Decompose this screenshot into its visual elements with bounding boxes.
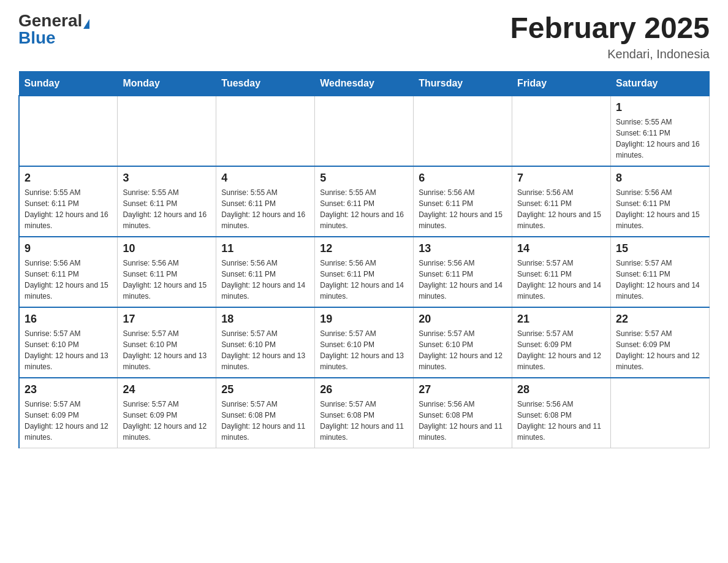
day-number: 25 <box>221 383 309 396</box>
day-info: Sunrise: 5:57 AMSunset: 6:09 PMDaylight:… <box>517 328 605 372</box>
day-number: 20 <box>419 313 507 326</box>
calendar-cell: 2Sunrise: 5:55 AMSunset: 6:11 PMDaylight… <box>19 166 118 237</box>
day-number: 27 <box>419 383 507 396</box>
location-text: Kendari, Indonesia <box>510 47 710 61</box>
col-friday: Friday <box>512 71 611 96</box>
calendar-cell <box>118 96 216 166</box>
day-info: Sunrise: 5:57 AMSunset: 6:11 PMDaylight:… <box>616 258 704 302</box>
days-of-week-row: Sunday Monday Tuesday Wednesday Thursday… <box>19 71 710 96</box>
title-area: February 2025 Kendari, Indonesia <box>510 12 710 61</box>
day-number: 1 <box>616 101 704 114</box>
calendar-cell: 19Sunrise: 5:57 AMSunset: 6:10 PMDayligh… <box>315 307 414 378</box>
calendar-cell: 24Sunrise: 5:57 AMSunset: 6:09 PMDayligh… <box>118 378 216 448</box>
day-info: Sunrise: 5:55 AMSunset: 6:11 PMDaylight:… <box>320 187 408 231</box>
logo-general-text: General <box>18 11 82 30</box>
day-number: 22 <box>616 313 704 326</box>
day-number: 18 <box>221 313 309 326</box>
day-info: Sunrise: 5:55 AMSunset: 6:11 PMDaylight:… <box>25 187 112 231</box>
col-thursday: Thursday <box>414 71 512 96</box>
day-number: 2 <box>25 172 112 185</box>
day-number: 19 <box>320 313 408 326</box>
calendar-week-row: 9Sunrise: 5:56 AMSunset: 6:11 PMDaylight… <box>19 237 710 307</box>
day-info: Sunrise: 5:56 AMSunset: 6:08 PMDaylight:… <box>517 399 605 443</box>
calendar-body: 1Sunrise: 5:55 AMSunset: 6:11 PMDaylight… <box>19 96 710 448</box>
day-info: Sunrise: 5:57 AMSunset: 6:10 PMDaylight:… <box>419 328 507 372</box>
day-info: Sunrise: 5:55 AMSunset: 6:11 PMDaylight:… <box>123 187 211 231</box>
day-info: Sunrise: 5:57 AMSunset: 6:08 PMDaylight:… <box>320 399 408 443</box>
calendar-week-row: 16Sunrise: 5:57 AMSunset: 6:10 PMDayligh… <box>19 307 710 378</box>
day-number: 8 <box>616 172 704 185</box>
logo-line1: General <box>18 12 89 29</box>
day-info: Sunrise: 5:56 AMSunset: 6:11 PMDaylight:… <box>320 258 408 302</box>
day-number: 10 <box>123 242 211 255</box>
day-number: 23 <box>25 383 112 396</box>
day-info: Sunrise: 5:57 AMSunset: 6:11 PMDaylight:… <box>517 258 605 302</box>
calendar-cell <box>19 96 118 166</box>
day-number: 16 <box>25 313 112 326</box>
calendar-cell: 17Sunrise: 5:57 AMSunset: 6:10 PMDayligh… <box>118 307 216 378</box>
day-number: 3 <box>123 172 211 185</box>
calendar-cell: 13Sunrise: 5:56 AMSunset: 6:11 PMDayligh… <box>414 237 512 307</box>
day-number: 6 <box>419 172 507 185</box>
day-number: 5 <box>320 172 408 185</box>
calendar-week-row: 23Sunrise: 5:57 AMSunset: 6:09 PMDayligh… <box>19 378 710 448</box>
calendar-cell: 11Sunrise: 5:56 AMSunset: 6:11 PMDayligh… <box>216 237 315 307</box>
calendar-cell <box>512 96 611 166</box>
day-number: 13 <box>419 242 507 255</box>
day-number: 11 <box>221 242 309 255</box>
calendar-table: Sunday Monday Tuesday Wednesday Thursday… <box>18 71 710 448</box>
calendar-cell: 9Sunrise: 5:56 AMSunset: 6:11 PMDaylight… <box>19 237 118 307</box>
day-number: 15 <box>616 242 704 255</box>
day-info: Sunrise: 5:56 AMSunset: 6:11 PMDaylight:… <box>616 187 704 231</box>
day-info: Sunrise: 5:57 AMSunset: 6:09 PMDaylight:… <box>25 399 112 443</box>
calendar-cell: 12Sunrise: 5:56 AMSunset: 6:11 PMDayligh… <box>315 237 414 307</box>
calendar-cell: 16Sunrise: 5:57 AMSunset: 6:10 PMDayligh… <box>19 307 118 378</box>
day-number: 24 <box>123 383 211 396</box>
day-info: Sunrise: 5:57 AMSunset: 6:09 PMDaylight:… <box>123 399 211 443</box>
calendar-cell: 26Sunrise: 5:57 AMSunset: 6:08 PMDayligh… <box>315 378 414 448</box>
day-info: Sunrise: 5:56 AMSunset: 6:11 PMDaylight:… <box>221 258 309 302</box>
calendar-cell: 1Sunrise: 5:55 AMSunset: 6:11 PMDaylight… <box>611 96 710 166</box>
day-number: 17 <box>123 313 211 326</box>
col-saturday: Saturday <box>611 71 710 96</box>
col-wednesday: Wednesday <box>315 71 414 96</box>
calendar-cell: 3Sunrise: 5:55 AMSunset: 6:11 PMDaylight… <box>118 166 216 237</box>
calendar-cell: 21Sunrise: 5:57 AMSunset: 6:09 PMDayligh… <box>512 307 611 378</box>
day-info: Sunrise: 5:57 AMSunset: 6:08 PMDaylight:… <box>221 399 309 443</box>
calendar-week-row: 2Sunrise: 5:55 AMSunset: 6:11 PMDaylight… <box>19 166 710 237</box>
calendar-cell <box>315 96 414 166</box>
month-title: February 2025 <box>510 12 710 45</box>
day-info: Sunrise: 5:57 AMSunset: 6:10 PMDaylight:… <box>221 328 309 372</box>
page-header: General Blue February 2025 Kendari, Indo… <box>18 12 710 61</box>
day-info: Sunrise: 5:56 AMSunset: 6:11 PMDaylight:… <box>123 258 211 302</box>
day-info: Sunrise: 5:56 AMSunset: 6:11 PMDaylight:… <box>419 187 507 231</box>
day-number: 4 <box>221 172 309 185</box>
day-number: 9 <box>25 242 112 255</box>
day-number: 14 <box>517 242 605 255</box>
day-number: 12 <box>320 242 408 255</box>
day-info: Sunrise: 5:55 AMSunset: 6:11 PMDaylight:… <box>616 117 704 161</box>
day-number: 26 <box>320 383 408 396</box>
day-number: 7 <box>517 172 605 185</box>
calendar-cell: 14Sunrise: 5:57 AMSunset: 6:11 PMDayligh… <box>512 237 611 307</box>
day-info: Sunrise: 5:56 AMSunset: 6:11 PMDaylight:… <box>517 187 605 231</box>
day-number: 28 <box>517 383 605 396</box>
logo: General Blue <box>18 12 89 47</box>
day-info: Sunrise: 5:57 AMSunset: 6:10 PMDaylight:… <box>123 328 211 372</box>
calendar-cell: 6Sunrise: 5:56 AMSunset: 6:11 PMDaylight… <box>414 166 512 237</box>
calendar-cell: 20Sunrise: 5:57 AMSunset: 6:10 PMDayligh… <box>414 307 512 378</box>
calendar-cell: 7Sunrise: 5:56 AMSunset: 6:11 PMDaylight… <box>512 166 611 237</box>
day-info: Sunrise: 5:57 AMSunset: 6:10 PMDaylight:… <box>320 328 408 372</box>
calendar-header: Sunday Monday Tuesday Wednesday Thursday… <box>19 71 710 96</box>
day-info: Sunrise: 5:56 AMSunset: 6:08 PMDaylight:… <box>419 399 507 443</box>
calendar-cell: 10Sunrise: 5:56 AMSunset: 6:11 PMDayligh… <box>118 237 216 307</box>
calendar-cell: 28Sunrise: 5:56 AMSunset: 6:08 PMDayligh… <box>512 378 611 448</box>
calendar-cell: 5Sunrise: 5:55 AMSunset: 6:11 PMDaylight… <box>315 166 414 237</box>
calendar-cell: 8Sunrise: 5:56 AMSunset: 6:11 PMDaylight… <box>611 166 710 237</box>
logo-line2: Blue <box>18 29 56 47</box>
calendar-cell <box>414 96 512 166</box>
calendar-cell: 25Sunrise: 5:57 AMSunset: 6:08 PMDayligh… <box>216 378 315 448</box>
col-tuesday: Tuesday <box>216 71 315 96</box>
day-info: Sunrise: 5:56 AMSunset: 6:11 PMDaylight:… <box>25 258 112 302</box>
calendar-cell: 23Sunrise: 5:57 AMSunset: 6:09 PMDayligh… <box>19 378 118 448</box>
